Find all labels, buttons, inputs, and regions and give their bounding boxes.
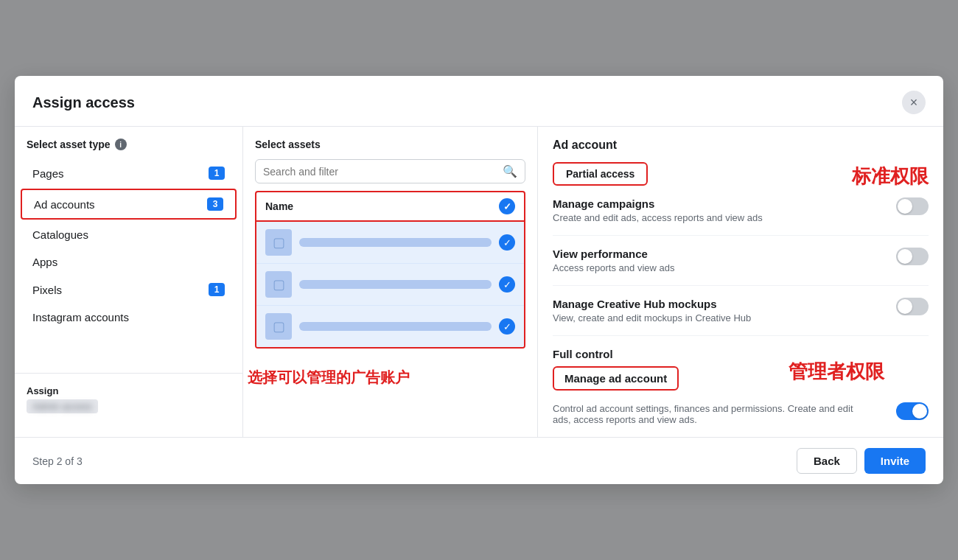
permission-name: View performance bbox=[553, 248, 674, 260]
full-control-section: Full control Manage ad account 管理者权限 Con… bbox=[553, 348, 929, 425]
sidebar-item-instagram[interactable]: Instagram accounts bbox=[21, 304, 237, 331]
list-item[interactable]: ▢ ✓ bbox=[256, 264, 524, 306]
full-control-label: Full control bbox=[553, 348, 929, 360]
permission-view-performance: View performance Access reports and view… bbox=[553, 248, 929, 286]
row-check-2[interactable]: ✓ bbox=[499, 276, 515, 293]
annotation-choose: 选择可以管理的广告账户 bbox=[248, 368, 410, 388]
row-check-3[interactable]: ✓ bbox=[499, 318, 515, 335]
search-input[interactable] bbox=[263, 166, 503, 178]
annotation-admin: 管理者权限 bbox=[789, 359, 884, 385]
sidebar-item-catalogues[interactable]: Catalogues bbox=[21, 221, 237, 248]
toggle-knob bbox=[898, 299, 912, 314]
select-assets-title: Select assets bbox=[255, 139, 525, 150]
view-performance-toggle[interactable] bbox=[896, 248, 929, 265]
toggle-knob bbox=[898, 249, 912, 264]
pixels-badge: 1 bbox=[209, 283, 225, 296]
asset-thumbnail: ▢ bbox=[265, 229, 292, 256]
asset-thumbnail: ▢ bbox=[265, 313, 292, 340]
manage-ad-desc: Control ad account settings, finances an… bbox=[553, 403, 862, 425]
manage-ad-account-toggle[interactable] bbox=[896, 402, 929, 420]
assign-label: Assign bbox=[27, 385, 231, 396]
creative-hub-toggle[interactable] bbox=[896, 298, 929, 315]
manage-campaigns-toggle[interactable] bbox=[896, 197, 929, 215]
permission-manage-campaigns: Manage campaigns Create and edit ads, ac… bbox=[553, 197, 929, 236]
select-all-check[interactable]: ✓ bbox=[499, 198, 515, 214]
invite-button[interactable]: Invite bbox=[864, 448, 926, 474]
partial-access-badge: Partial access bbox=[553, 162, 648, 186]
assign-value: Admin access bbox=[27, 399, 98, 413]
permission-desc: View, create and edit mockups in Creativ… bbox=[553, 312, 751, 323]
assets-list: ▢ ✓ ▢ ✓ ▢ ✓ bbox=[255, 222, 525, 349]
sidebar-item-pages[interactable]: Pages 1 bbox=[21, 159, 237, 187]
back-button[interactable]: Back bbox=[797, 448, 857, 474]
toggle-knob bbox=[898, 199, 912, 214]
asset-thumbnail: ▢ bbox=[265, 271, 292, 298]
info-icon[interactable]: i bbox=[115, 139, 127, 150]
step-label: Step 2 of 3 bbox=[32, 455, 83, 467]
assets-list-header: Name ✓ bbox=[255, 191, 525, 222]
manage-ad-account-row: Control ad account settings, finances an… bbox=[553, 401, 929, 425]
permission-creative-hub: Manage Creative Hub mockups View, create… bbox=[553, 298, 929, 336]
toggle-knob bbox=[912, 404, 927, 419]
ad-account-title: Ad account bbox=[553, 139, 929, 152]
left-panel: Select asset type i Pages 1 Ad accounts … bbox=[15, 127, 243, 437]
permission-desc: Access reports and view ads bbox=[553, 262, 674, 273]
asset-name-bar bbox=[299, 280, 492, 289]
asset-name-bar bbox=[299, 322, 492, 331]
modal-title: Assign access bbox=[32, 94, 135, 111]
list-item[interactable]: ▢ ✓ bbox=[256, 306, 524, 347]
right-panel: Ad account Partial access 标准权限 Manage ca… bbox=[538, 127, 943, 437]
modal-body: Select asset type i Pages 1 Ad accounts … bbox=[15, 127, 943, 437]
sidebar-item-apps[interactable]: Apps bbox=[21, 248, 237, 276]
modal-header: Assign access × bbox=[15, 76, 943, 127]
manage-ad-account-badge: Manage ad account bbox=[553, 366, 679, 391]
footer-buttons: Back Invite bbox=[797, 448, 926, 474]
close-button[interactable]: × bbox=[902, 91, 926, 114]
row-check-1[interactable]: ✓ bbox=[499, 234, 515, 251]
ad-accounts-badge: 3 bbox=[207, 197, 223, 211]
search-box: 🔍 bbox=[255, 159, 525, 183]
sidebar-item-ad-accounts[interactable]: Ad accounts 3 bbox=[21, 189, 237, 220]
permission-desc: Create and edit ads, access reports and … bbox=[553, 212, 763, 223]
middle-panel: Select assets 🔍 Name ✓ ▢ ✓ bbox=[243, 127, 538, 437]
assign-section: Assign Admin access bbox=[15, 373, 242, 425]
asset-type-title: Select asset type i bbox=[15, 139, 242, 159]
modal-footer: Step 2 of 3 Back Invite bbox=[15, 437, 943, 484]
permission-name: Manage Creative Hub mockups bbox=[553, 298, 751, 310]
permission-name: Manage campaigns bbox=[553, 197, 763, 210]
sidebar-item-pixels[interactable]: Pixels 1 bbox=[21, 276, 237, 304]
annotation-standard: 标准权限 bbox=[852, 164, 929, 189]
list-item[interactable]: ▢ ✓ bbox=[256, 222, 524, 264]
assign-access-modal: Assign access × Select asset type i Page… bbox=[15, 76, 943, 484]
asset-name-bar bbox=[299, 238, 492, 247]
search-icon: 🔍 bbox=[503, 164, 517, 178]
pages-badge: 1 bbox=[209, 167, 225, 180]
